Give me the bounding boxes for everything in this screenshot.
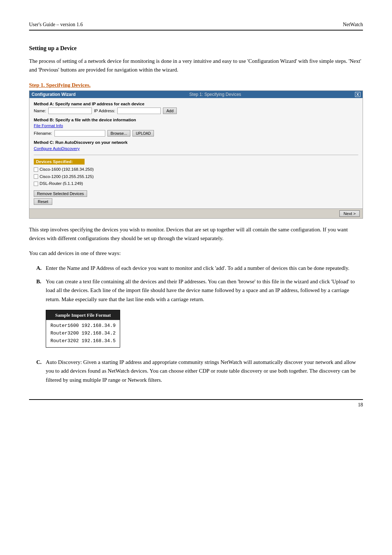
method-a-label: Method A: Specify name and IP address fo…	[34, 102, 358, 106]
name-input[interactable]	[48, 108, 92, 114]
add-ways-intro: You can add devices in one of three ways…	[29, 249, 363, 258]
ip-input[interactable]	[117, 108, 161, 114]
browse-button[interactable]: Browse...	[107, 130, 131, 137]
wizard-titlebar: Configuration Wizard Step 1: Specifying …	[29, 91, 363, 98]
divider	[34, 155, 358, 155]
intro-paragraph: The process of setting of a network devi…	[29, 57, 363, 74]
method-b-list-label: B.	[36, 277, 43, 353]
devices-specified-section: Devices Specified: Cisco-1600 (192.168.3…	[34, 159, 358, 205]
remove-selected-button[interactable]: Remove Selected Devices	[34, 190, 87, 197]
method-a-list-text: Enter the Name and IP Address of each de…	[46, 264, 363, 273]
reset-button[interactable]: Reset	[34, 198, 52, 205]
method-b-list-content: You can create a text file containing al…	[46, 277, 363, 353]
sample-box-header: Sample Import File Format	[46, 310, 120, 320]
method-c-list-text: Auto Discovery: Given a starting IP addr…	[46, 358, 363, 385]
device-checkbox-3[interactable]	[34, 182, 38, 186]
method-c-list-label: C.	[36, 358, 43, 385]
wizard-step-label: Step 1: Specifying Devices	[189, 92, 241, 97]
devices-specified-label: Devices Specified:	[34, 159, 85, 165]
step1-heading: Step 1. Specifying Devices.	[29, 82, 363, 88]
sample-line-3: Router3202 192.168.34.5	[50, 337, 115, 345]
device-item-2: Cisco-1200 (10.255.255.125)	[34, 173, 358, 181]
ip-label: IP Address:	[94, 109, 115, 113]
filename-input[interactable]	[54, 130, 105, 137]
method-a-list-label: A.	[36, 264, 43, 273]
device-checkbox-2[interactable]	[34, 174, 38, 179]
configuration-wizard: Configuration Wizard Step 1: Specifying …	[29, 90, 363, 219]
guide-version: User's Guide – version 1.6	[29, 22, 83, 28]
device-checkbox-1[interactable]	[34, 167, 38, 172]
section-title: Setting up a Device	[29, 45, 363, 52]
filename-label: Filename:	[34, 131, 52, 135]
wizard-body: Method A: Specify name and IP address fo…	[29, 98, 363, 208]
next-button[interactable]: Next >	[339, 210, 360, 217]
method-b-list-text: You can create a text file containing al…	[46, 279, 355, 303]
device-name-1: Cisco-1600 (192.168.34.250)	[40, 166, 94, 173]
method-a-section: Method A: Specify name and IP address fo…	[34, 102, 358, 114]
page-footer: 18	[29, 399, 363, 408]
device-item-1: Cisco-1600 (192.168.34.250)	[34, 166, 358, 173]
device-item-3: DSL-Router (5.1.1.249)	[34, 180, 358, 187]
filename-row: Filename: Browse... Upload	[34, 130, 358, 137]
method-b-label: Method B: Specify a file with the device…	[34, 118, 358, 122]
page-header: User's Guide – version 1.6 NetWatch	[29, 22, 363, 31]
wizard-footer: Next >	[29, 208, 363, 218]
sample-box-body: Router1600 192.168.34.9 Router3200 192.1…	[46, 320, 120, 347]
sample-import-box: Sample Import File Format Router1600 192…	[46, 310, 120, 348]
wizard-title: Configuration Wizard	[32, 92, 75, 97]
app-name: NetWatch	[343, 22, 363, 28]
methods-list: A. Enter the Name and IP Address of each…	[36, 264, 363, 385]
file-format-link[interactable]: File Format Info	[34, 123, 63, 128]
method-c-section: Method C: Run AutoDiscovery on your netw…	[34, 140, 358, 151]
list-item-b: B. You can create a text file containing…	[36, 277, 363, 353]
configure-autodiscovery-link[interactable]: Configure AutoDiscovery	[34, 146, 80, 151]
device-list: Cisco-1600 (192.168.34.250) Cisco-1200 (…	[34, 166, 358, 187]
page-number: 18	[358, 402, 363, 408]
sample-box-container: Sample Import File Format Router1600 192…	[46, 307, 363, 351]
device-name-3: DSL-Router (5.1.1.249)	[40, 180, 83, 187]
method-b-section: Method B: Specify a file with the device…	[34, 118, 358, 137]
method-c-label: Method C: Run AutoDiscovery on your netw…	[34, 140, 358, 145]
file-format-row: File Format Info	[34, 123, 358, 128]
device-name-2: Cisco-1200 (10.255.255.125)	[40, 173, 94, 181]
name-label: Name:	[34, 109, 46, 113]
step1-description: This step involves specifying the device…	[29, 225, 363, 243]
list-item-c: C. Auto Discovery: Given a starting IP a…	[36, 358, 363, 385]
add-button[interactable]: Add	[163, 108, 177, 114]
sample-line-1: Router1600 192.168.34.9	[50, 322, 115, 330]
wizard-close-button[interactable]: X	[355, 92, 360, 97]
upload-button[interactable]: Upload	[132, 130, 154, 137]
method-a-form-row: Name: IP Address: Add	[34, 108, 358, 114]
sample-line-2: Router3200 192.168.34.2	[50, 330, 115, 337]
list-item-a: A. Enter the Name and IP Address of each…	[36, 264, 363, 273]
